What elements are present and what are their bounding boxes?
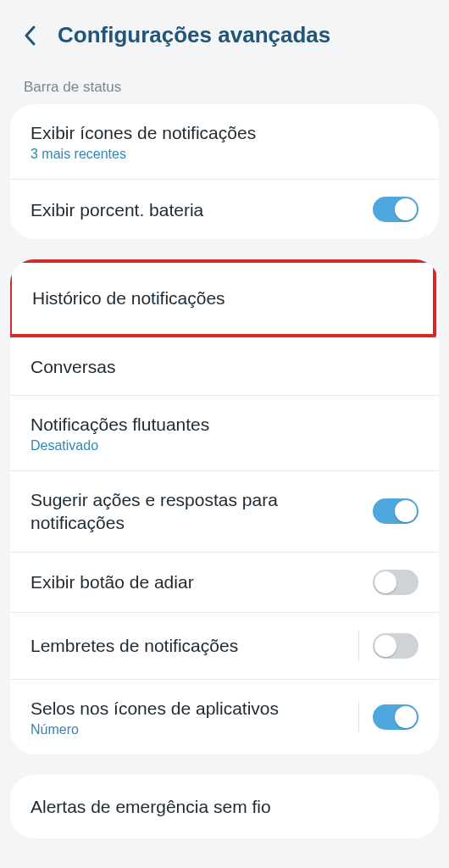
notifications-card: Histórico de notificações Conversas Noti… <box>10 259 439 754</box>
row-notification-history[interactable]: Histórico de notificações <box>12 263 433 333</box>
row-wireless-emergency-alerts[interactable]: Alertas de emergência sem fio <box>10 775 439 838</box>
divider <box>358 630 359 662</box>
row-notification-reminders[interactable]: Lembretes de notificações <box>10 613 439 680</box>
row-title: Exibir botão de adiar <box>30 570 363 593</box>
row-title: Sugerir ações e respostas para notificaç… <box>30 488 363 535</box>
row-title: Selos nos ícones de aplicativos <box>30 697 348 720</box>
row-title: Exibir ícones de notificações <box>30 121 408 144</box>
row-title: Exibir porcent. bateria <box>30 198 363 221</box>
divider <box>358 701 359 733</box>
row-floating-notifications[interactable]: Notificações flutuantes Desativado <box>10 396 439 471</box>
row-notification-icons[interactable]: Exibir ícones de notificações 3 mais rec… <box>10 104 439 180</box>
row-suggest-actions[interactable]: Sugerir ações e respostas para notificaç… <box>10 471 439 553</box>
chevron-left-icon <box>23 25 36 47</box>
row-subtitle: 3 mais recentes <box>30 147 408 162</box>
status-bar-card: Exibir ícones de notificações 3 mais rec… <box>10 104 439 239</box>
toggle-battery-percent[interactable] <box>373 197 419 222</box>
toggle-app-icon-badges[interactable] <box>373 704 419 730</box>
row-title: Alertas de emergência sem fio <box>30 795 408 818</box>
page-title: Configurações avançadas <box>58 22 330 48</box>
row-snooze-button[interactable]: Exibir botão de adiar <box>10 553 439 613</box>
emergency-card: Alertas de emergência sem fio <box>10 775 439 838</box>
row-title: Histórico de notificações <box>32 287 402 309</box>
toggle-suggest-actions[interactable] <box>373 498 419 524</box>
toggle-notification-reminders[interactable] <box>373 633 419 659</box>
row-app-icon-badges[interactable]: Selos nos ícones de aplicativos Número <box>10 680 439 754</box>
row-subtitle: Desativado <box>30 438 408 453</box>
row-subtitle: Número <box>30 722 348 737</box>
highlight-notification-history: Histórico de notificações <box>10 259 436 337</box>
row-title: Lembretes de notificações <box>30 634 348 657</box>
toggle-snooze-button[interactable] <box>373 570 419 595</box>
row-title: Notificações flutuantes <box>30 413 408 436</box>
row-conversations[interactable]: Conversas <box>10 337 439 396</box>
section-label-status-bar: Barra de status <box>0 69 449 104</box>
back-button[interactable] <box>19 25 41 47</box>
row-title: Conversas <box>30 355 408 378</box>
row-battery-percent[interactable]: Exibir porcent. bateria <box>10 180 439 239</box>
